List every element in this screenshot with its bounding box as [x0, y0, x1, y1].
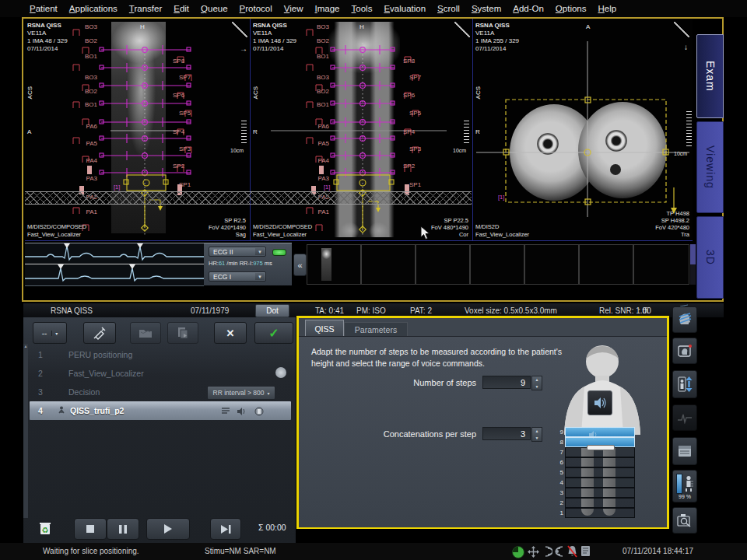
sequence-running-icon: [58, 406, 65, 415]
menu-patient[interactable]: Patient: [30, 4, 58, 13]
vp2-ima: 1 IMA 148 / 329: [253, 37, 296, 44]
image-preview-button[interactable]: [672, 507, 697, 534]
menu-transfer[interactable]: Transfer: [129, 4, 162, 13]
pan-right-arrow-icon[interactable]: →: [240, 44, 247, 53]
series-thumbnail[interactable]: [416, 244, 470, 285]
dropdown-arrow-icon[interactable]: ▾: [255, 248, 265, 255]
copy-protocol-button[interactable]: [167, 322, 198, 344]
rr-interval-dropdown[interactable]: RR interval > 800▾: [207, 386, 275, 400]
number-of-steps-stepper[interactable]: ▲▼: [531, 376, 542, 390]
series-thumbnail[interactable]: [579, 244, 633, 285]
thumbnail-scrollbar[interactable]: [690, 244, 696, 285]
collapse-strip-button[interactable]: «: [293, 254, 307, 276]
vp3-axis: ACS: [475, 86, 482, 99]
sar-gauge-icon: [676, 474, 693, 494]
vp3-mode: M/DIS2D: [475, 223, 499, 230]
menu-view[interactable]: View: [284, 4, 303, 13]
tab-viewing[interactable]: Viewing: [696, 121, 724, 213]
physio-icon: [677, 411, 693, 424]
step-row-1[interactable]: [565, 508, 635, 518]
viewport-axial[interactable]: RSNA QISS VE11A 1 IMA 255 / 329 07/11/20…: [473, 19, 693, 240]
queue-row-2[interactable]: 2Fast_View_Localizer: [30, 364, 291, 383]
step-row-2[interactable]: [565, 498, 635, 508]
viewport-coronal[interactable]: RSNA QISS VE11A 1 IMA 148 / 329 07/11/20…: [251, 19, 472, 240]
queue-row-1[interactable]: 1PERU positioning: [30, 345, 291, 364]
list-properties-icon[interactable]: [221, 408, 230, 415]
confirm-button[interactable]: ✓: [254, 322, 293, 344]
table-move-icon: [677, 376, 693, 393]
series-thumbnail[interactable]: [633, 244, 689, 285]
copy-reference-icon[interactable]: [254, 407, 265, 416]
step-row-4[interactable]: [565, 478, 635, 488]
menu-applications[interactable]: Applications: [69, 4, 117, 13]
head-coil-button[interactable]: [672, 338, 697, 364]
menu-edit[interactable]: Edit: [174, 4, 189, 13]
pan-down-arrow-icon[interactable]: ↓: [684, 43, 688, 51]
viewport-sagittal[interactable]: RSNA QISS VE11A 1 IMA 48 / 329 07/11/201…: [25, 19, 249, 240]
step-row-3[interactable]: [565, 488, 635, 498]
dropdown-arrow-icon[interactable]: ▾: [267, 390, 269, 396]
viewport-divider: [472, 19, 473, 240]
dropdown-arrow-icon[interactable]: ▾: [255, 273, 265, 280]
queue-scrollbar[interactable]: ▲: [23, 344, 28, 518]
step-range-handle[interactable]: [587, 445, 615, 450]
tab-exam[interactable]: Exam: [696, 34, 724, 118]
more-options-button[interactable]: -- ▾: [33, 322, 67, 344]
autoalign-head-button[interactable]: [672, 306, 697, 333]
head-scan-icon: [677, 312, 693, 327]
scale-ruler: [686, 111, 692, 149]
queue-row-4-selected[interactable]: 4 QISS_trufi_p2: [30, 401, 291, 420]
open-protocol-button[interactable]: [130, 322, 161, 344]
dot-button[interactable]: Dot: [255, 304, 289, 317]
confirm-icon: ✓: [268, 326, 279, 341]
menu-queue[interactable]: Queue: [201, 4, 228, 13]
corner-fold-icon[interactable]: [674, 22, 689, 37]
step-ladder[interactable]: 9 8 7 6 5 4 3 2 1: [565, 427, 635, 519]
vp1-ima: 1 IMA 48 / 329: [27, 37, 68, 44]
ecg-lead-select-bottom[interactable]: ECG I▾: [209, 271, 266, 282]
corner-fold-icon[interactable]: [232, 22, 247, 37]
play-button[interactable]: [146, 518, 190, 540]
menu-addon[interactable]: Add-On: [513, 4, 544, 13]
tab-qiss[interactable]: QISS: [305, 320, 344, 337]
table-position-button[interactable]: [672, 370, 697, 398]
menu-tools[interactable]: Tools: [352, 4, 373, 13]
series-thumbnail[interactable]: [307, 244, 361, 285]
cancel-button[interactable]: ✕: [214, 322, 247, 344]
voice-command-button[interactable]: [587, 390, 612, 415]
menu-scroll[interactable]: Scroll: [437, 4, 460, 13]
menu-image[interactable]: Image: [315, 4, 340, 13]
pause-button[interactable]: [107, 518, 139, 540]
voice-speaker-icon[interactable]: [237, 408, 246, 415]
vp3-ima: 1 IMA 255 / 329: [475, 37, 519, 44]
exam-report-button[interactable]: [672, 437, 697, 465]
tab-parameters[interactable]: Parameters: [344, 322, 408, 337]
dropdown-arrow-icon[interactable]: ▾: [51, 331, 58, 336]
concatenations-stepper[interactable]: ▲▼: [531, 427, 542, 442]
menu-evaluation[interactable]: Evaluation: [384, 4, 426, 13]
concatenations-value[interactable]: 3: [482, 427, 531, 440]
menu-protocol[interactable]: Protocol: [240, 4, 272, 13]
menu-help[interactable]: Help: [598, 4, 617, 13]
tab-3d[interactable]: 3D: [696, 216, 724, 299]
contrast-injection-button[interactable]: [83, 322, 116, 344]
series-thumbnail[interactable]: [470, 244, 524, 285]
delete-measurement-button[interactable]: ♻: [36, 518, 54, 538]
stop-button[interactable]: [74, 518, 107, 540]
series-thumbnail[interactable]: [524, 244, 579, 285]
sar-monitor-button[interactable]: 99 %: [672, 470, 697, 502]
physio-display-button[interactable]: [672, 404, 697, 431]
series-thumbnail[interactable]: [361, 244, 416, 285]
skip-button[interactable]: [210, 518, 241, 540]
step-row-9[interactable]: [565, 427, 635, 437]
queue-row-3[interactable]: 3Decision RR interval > 800▾: [30, 383, 291, 401]
vp3-scale-label: 10cm: [674, 150, 687, 158]
step-row-6[interactable]: [565, 457, 635, 467]
number-of-steps-value[interactable]: 9: [482, 376, 531, 389]
corner-fold-icon[interactable]: [454, 22, 470, 37]
menu-options[interactable]: Options: [556, 4, 587, 13]
menu-system[interactable]: System: [472, 4, 501, 13]
ecg-lead-select-top[interactable]: ECG II▾: [209, 247, 266, 257]
step-row-5[interactable]: [565, 467, 635, 478]
voice-out-icon: [543, 545, 552, 558]
